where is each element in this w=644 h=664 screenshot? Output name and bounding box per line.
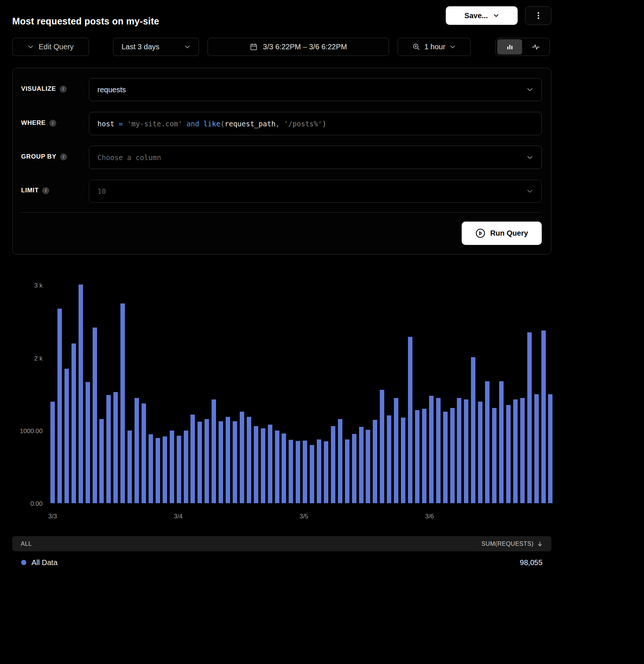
line-chart-toggle-button[interactable] (523, 39, 548, 54)
info-icon[interactable]: i (49, 120, 56, 127)
bar[interactable] (170, 431, 174, 503)
bar[interactable] (422, 409, 426, 503)
bar[interactable] (135, 398, 139, 503)
bar[interactable] (72, 343, 76, 503)
visualize-select[interactable]: requests (89, 78, 542, 101)
bar[interactable] (443, 412, 448, 503)
where-input-code: host = 'my-site.com' and like(request_pa… (97, 120, 326, 128)
bar[interactable] (317, 439, 321, 503)
where-label-text: WHERE (21, 119, 46, 127)
bar-chart-toggle-button[interactable] (497, 39, 522, 54)
bar[interactable] (380, 390, 384, 503)
bar[interactable] (268, 425, 272, 503)
results-column-sum[interactable]: SUM(REQUESTS) (481, 541, 543, 547)
bar[interactable] (79, 285, 83, 503)
bar[interactable] (163, 436, 167, 503)
bar[interactable] (190, 415, 195, 503)
limit-input[interactable]: 10 (89, 180, 542, 203)
bar[interactable] (401, 418, 405, 503)
results-table-row[interactable]: All Data 98,055 (12, 555, 551, 570)
bar[interactable] (142, 404, 146, 503)
bar[interactable] (64, 369, 69, 503)
bar[interactable] (492, 408, 497, 503)
bar[interactable] (345, 439, 349, 503)
edit-query-button[interactable]: Edit Query (12, 38, 89, 56)
save-button[interactable]: Save... (446, 6, 518, 25)
bar[interactable] (331, 426, 335, 503)
bar[interactable] (149, 434, 153, 503)
bar[interactable] (499, 381, 504, 503)
visualize-value: requests (97, 86, 126, 94)
where-token: ) (322, 120, 326, 128)
bar[interactable] (408, 337, 412, 503)
bar[interactable] (184, 431, 188, 503)
date-range-picker[interactable]: 3/3 6:22PM – 3/6 6:22PM (208, 38, 389, 56)
info-icon[interactable]: i (60, 86, 67, 93)
bar[interactable] (127, 431, 132, 503)
run-query-button[interactable]: Run Query (462, 222, 542, 245)
info-icon[interactable]: i (60, 153, 67, 160)
bar[interactable] (450, 408, 455, 503)
where-input[interactable]: host = 'my-site.com' and like(request_pa… (89, 112, 542, 135)
bar[interactable] (86, 382, 90, 503)
bar[interactable] (457, 398, 461, 503)
bar[interactable] (93, 328, 97, 503)
visualize-label: VISUALIZE i (21, 85, 67, 93)
bar[interactable] (506, 405, 511, 503)
bar[interactable] (352, 434, 356, 503)
bar[interactable] (303, 441, 307, 503)
bar[interactable] (289, 440, 293, 503)
bar[interactable] (394, 398, 398, 503)
chevron-down-icon (184, 44, 190, 50)
bar[interactable] (282, 434, 286, 503)
bar[interactable] (275, 431, 279, 503)
more-options-button[interactable] (525, 6, 551, 25)
bar[interactable] (485, 381, 489, 503)
bar[interactable] (471, 357, 475, 503)
bar[interactable] (99, 419, 104, 503)
bar[interactable] (541, 331, 546, 503)
bar[interactable] (296, 441, 300, 503)
bar[interactable] (261, 428, 265, 503)
bar[interactable] (310, 445, 314, 503)
bar[interactable] (513, 399, 518, 503)
limit-label: LIMIT i (21, 187, 49, 194)
bar[interactable] (464, 399, 468, 503)
bar[interactable] (106, 395, 111, 503)
date-range-label: 3/3 6:22PM – 3/6 6:22PM (263, 43, 347, 51)
bar[interactable] (387, 415, 391, 503)
bar[interactable] (373, 420, 377, 503)
bar[interactable] (120, 303, 125, 503)
bar[interactable] (212, 399, 216, 503)
bar[interactable] (520, 398, 525, 503)
bar[interactable] (527, 332, 532, 503)
granularity-dropdown[interactable]: 1 hour (398, 38, 471, 56)
bar[interactable] (415, 410, 419, 503)
info-icon[interactable]: i (42, 187, 49, 194)
bar[interactable] (240, 412, 244, 503)
bar[interactable] (254, 426, 258, 503)
time-range-preset-dropdown[interactable]: Last 3 days (113, 38, 199, 56)
bar[interactable] (324, 441, 328, 503)
bar[interactable] (50, 402, 55, 503)
bar[interactable] (57, 309, 62, 503)
bar[interactable] (534, 394, 539, 503)
bar[interactable] (436, 398, 441, 503)
bar[interactable] (429, 396, 434, 503)
bar[interactable] (205, 419, 209, 503)
bar[interactable] (247, 417, 251, 503)
bar[interactable] (366, 430, 370, 503)
bar[interactable] (177, 436, 181, 503)
bar[interactable] (548, 394, 552, 503)
bar[interactable] (219, 421, 223, 503)
bar[interactable] (156, 438, 160, 503)
time-range-preset-label: Last 3 days (122, 43, 159, 51)
bar[interactable] (113, 392, 118, 503)
bar[interactable] (338, 419, 342, 503)
group-by-select[interactable]: Choose a column (89, 146, 542, 169)
bar[interactable] (233, 421, 237, 503)
bar[interactable] (197, 422, 202, 503)
bar[interactable] (226, 417, 230, 503)
bar[interactable] (359, 427, 364, 503)
bar[interactable] (478, 402, 482, 503)
